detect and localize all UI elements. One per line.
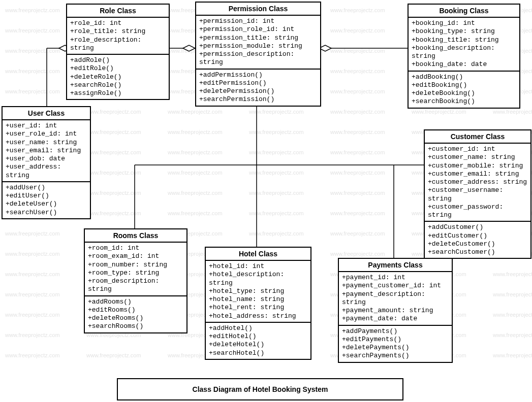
class-attrs-rooms: +room_id: int+room_exam_id: int+room_num… <box>85 243 186 296</box>
class-title-booking: Booking Class <box>409 5 519 18</box>
class-attrs-permission: +permission_id: int+permission_role_id: … <box>196 16 320 70</box>
class-title-permission: Permission Class <box>196 3 320 16</box>
class-booking: Booking Class +booking_id: int+booking_t… <box>408 4 520 109</box>
class-title-user: User Class <box>3 107 90 120</box>
class-title-rooms: Rooms Class <box>85 229 186 243</box>
diagram-title-text: Class Diagram of Hotel Booking System <box>193 385 328 393</box>
class-methods-payments: +addPayments()+editPayments()+deletePaym… <box>339 326 452 362</box>
class-title-customer: Customer Class <box>425 130 530 144</box>
class-permission: Permission Class +permission_id: int+per… <box>195 2 321 107</box>
class-methods-customer: +addCustomer()+editCustomer()+deleteCust… <box>425 222 530 258</box>
class-attrs-payments: +payment_id: int+payment_customer_id: in… <box>339 272 452 326</box>
class-role: Role Class +role_id: int+role_title: str… <box>66 4 170 100</box>
class-methods-hotel: +addHotel()+editHotel()+deleteHotel()+se… <box>206 323 310 359</box>
class-methods-booking: +addBooking()+editBooking()+deleteBookin… <box>409 72 519 108</box>
class-customer: Customer Class +customer_id: int+custome… <box>424 129 531 259</box>
diagram-title: Class Diagram of Hotel Booking System <box>117 378 403 400</box>
class-title-payments: Payments Class <box>339 259 452 272</box>
class-title-role: Role Class <box>67 5 169 18</box>
svg-marker-4 <box>183 45 195 51</box>
class-attrs-role: +role_id: int+role_title: string+role_de… <box>67 18 169 55</box>
class-methods-user: +addUser()+editUser()+deleteUser()+searc… <box>3 182 90 218</box>
class-attrs-user: +user_id: int+user_role_id: int+user_nam… <box>3 120 90 182</box>
class-methods-permission: +addPermission()+editPermission()+delete… <box>196 70 320 106</box>
class-user: User Class +user_id: int+user_role_id: i… <box>2 106 91 219</box>
class-attrs-booking: +booking_id: int+booking_type: string+bo… <box>409 18 519 72</box>
class-methods-role: +addRole()+editRole()+deleteRole()+searc… <box>67 55 169 99</box>
class-attrs-customer: +customer_id: int+customer_name: string+… <box>425 144 530 222</box>
class-methods-rooms: +addRooms()+editRooms()+deleteRooms()+se… <box>85 296 186 332</box>
class-title-hotel: Hotel Class <box>206 248 310 261</box>
class-hotel: Hotel Class +hotel_id: int+hotel_descrip… <box>205 247 311 360</box>
class-rooms: Rooms Class +room_id: int+room_exam_id: … <box>84 228 187 333</box>
class-payments: Payments Class +payment_id: int+payment_… <box>338 258 453 363</box>
class-attrs-hotel: +hotel_id: int+hotel_description: string… <box>206 261 310 323</box>
